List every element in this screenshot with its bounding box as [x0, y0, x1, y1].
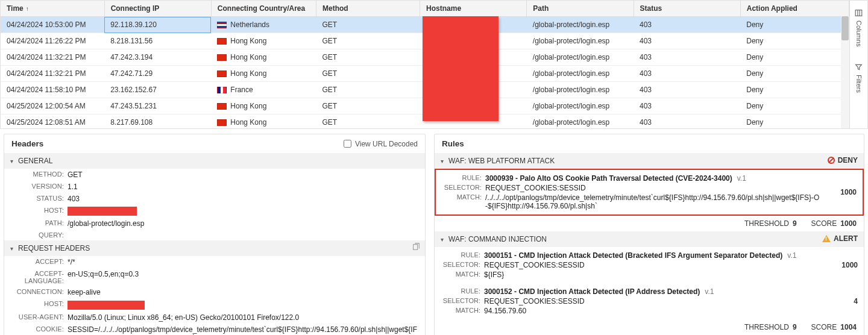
header-field: STATUS:403 [4, 193, 425, 205]
rules-panel: Rules ▾WAF: WEB PLATFORM ATTACKDENYRULE:… [434, 134, 864, 335]
rule-entry: RULE:3000151 - CMD Injection Attack Dete… [435, 247, 864, 283]
rule-score: 4 [854, 297, 858, 305]
copy-icon[interactable] [412, 243, 420, 253]
chevron-down-icon: ▾ [10, 158, 13, 164]
chevron-down-icon: ▾ [441, 236, 444, 243]
table-row[interactable]: 04/24/2024 10:53:00 PM92.118.39.120Nethe… [1, 17, 849, 33]
rule-score: 1000 [841, 261, 858, 269]
header-field: CONNECTION:keep-alive [4, 286, 425, 298]
rule-score: 1000 [840, 188, 857, 196]
view-url-decoded-toggle[interactable]: View URL Decoded [344, 140, 418, 148]
table-header-row: Time↑ Connecting IP Connecting Country/A… [1, 1, 849, 17]
rule-entry: RULE:3000152 - CMD Injection Attack Dete… [435, 283, 864, 319]
header-field: PATH:/global-protect/login.esp [4, 218, 425, 230]
vertical-scrollbar[interactable] [841, 16, 849, 128]
flag-icon [217, 87, 227, 93]
header-field: HOST: [4, 205, 425, 218]
header-field: ACCEPT-LANGUAGE:en-US;q=0.5,en;q=0.3 [4, 268, 425, 286]
rule-section-footer: THRESHOLD9SCORE1004 [435, 319, 864, 335]
header-field: COOKIE:SESSID=/../../../opt/panlogs/tmp/… [4, 324, 425, 335]
col-path[interactable]: Path [527, 1, 634, 17]
table-row[interactable]: 04/25/2024 12:08:51 AM8.217.69.108Hong K… [1, 114, 849, 129]
header-field: ACCEPT:*/* [4, 256, 425, 268]
rule-section-toggle[interactable]: ▾WAF: COMMAND INJECTIONALERT [435, 231, 864, 247]
col-hostname[interactable]: Hostname [420, 1, 527, 17]
columns-panel-toggle[interactable]: Columns [852, 1, 865, 55]
table-row[interactable]: 04/24/2024 11:58:10 PM23.162.152.67Franc… [1, 82, 849, 98]
headers-title: Headers [11, 139, 43, 148]
flag-icon [217, 38, 227, 45]
col-time[interactable]: Time↑ [1, 1, 104, 17]
col-country[interactable]: Connecting Country/Area [211, 1, 316, 17]
col-method[interactable]: Method [316, 1, 420, 17]
redacted-value [68, 207, 137, 216]
header-field: VERSION:1.1 [4, 181, 425, 193]
view-url-decoded-checkbox[interactable] [344, 140, 351, 148]
general-section-toggle[interactable]: ▾GENERAL [4, 153, 425, 169]
table-row[interactable]: 04/24/2024 11:26:22 PM8.218.131.56Hong K… [1, 33, 849, 49]
table-row[interactable]: 04/24/2024 11:32:21 PM47.242.3.194Hong K… [1, 49, 849, 66]
log-table: Time↑ Connecting IP Connecting Country/A… [1, 1, 849, 128]
flag-icon [217, 22, 227, 28]
filters-panel-toggle[interactable]: Filters [852, 55, 865, 101]
flag-icon [217, 70, 227, 77]
deny-icon [828, 157, 835, 164]
table-row[interactable]: 04/24/2024 11:32:21 PM47.242.71.29Hong K… [1, 66, 849, 82]
chevron-down-icon: ▾ [10, 245, 13, 252]
alert-icon [822, 235, 831, 242]
header-field: HOST: [4, 298, 425, 311]
rules-title: Rules [442, 139, 464, 148]
sort-asc-icon: ↑ [26, 5, 29, 12]
rule-section-footer: THRESHOLD9SCORE1000 [435, 216, 864, 231]
col-ip[interactable]: Connecting IP [104, 1, 211, 17]
flag-icon [217, 54, 227, 61]
headers-panel: Headers View URL Decoded ▾GENERAL METHOD… [4, 134, 426, 335]
header-field: QUERY: [4, 230, 425, 240]
rule-entry: RULE:3000939 - Palo Alto OS Cookie Path … [435, 169, 864, 216]
flag-icon [217, 103, 227, 110]
redacted-value [68, 301, 145, 310]
col-status[interactable]: Status [634, 1, 740, 17]
filter-icon [855, 63, 863, 71]
request-headers-section-toggle[interactable]: ▾REQUEST HEADERS [4, 240, 425, 256]
svg-rect-3 [414, 245, 418, 250]
svg-rect-0 [855, 10, 862, 16]
col-action[interactable]: Action Applied [740, 1, 849, 17]
scroll-thumb[interactable] [841, 16, 849, 40]
columns-icon [855, 9, 863, 17]
rule-section-toggle[interactable]: ▾WAF: WEB PLATFORM ATTACKDENY [435, 153, 864, 169]
table-row[interactable]: 04/25/2024 12:00:54 AM47.243.51.231Hong … [1, 98, 849, 114]
flag-icon [217, 119, 227, 126]
header-field: USER-AGENT:Mozilla/5.0 (Linux; Linux x86… [4, 312, 425, 324]
chevron-down-icon: ▾ [441, 158, 444, 164]
header-field: METHOD:GET [4, 169, 425, 181]
